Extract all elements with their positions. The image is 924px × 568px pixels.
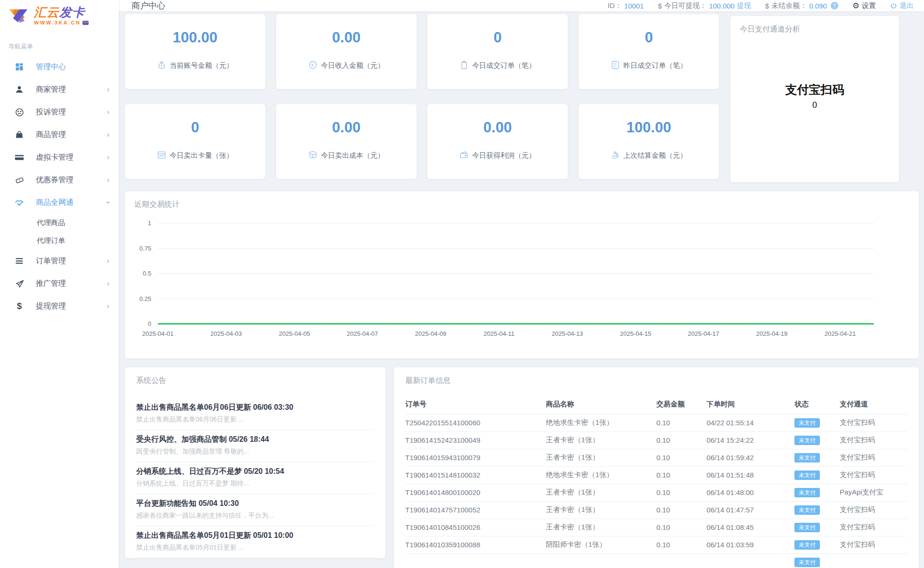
x-axis-tick: 2025-04-01 <box>142 330 174 337</box>
page-title: 商户中心 <box>125 0 165 11</box>
sidebar-item-complaints[interactable]: 投诉管理 › <box>0 101 119 123</box>
x-axis-tick: 2025-04-07 <box>347 330 378 337</box>
sidebar-item-orders[interactable]: 订单管理 › <box>0 250 119 272</box>
channel-value: 0 <box>730 100 899 110</box>
sidebar-subitem-agent-products[interactable]: 代理商品 <box>0 214 119 232</box>
col-time: 下单时间 <box>707 395 795 414</box>
amount: 0.10 <box>656 466 707 484</box>
sidebar: 汇云发卡 WWW.3KA.CN 导航菜单 管理中心 商家管理 › <box>0 0 119 568</box>
notice-item-excerpt: 禁止出售商品黑名单06月06日更新 ... <box>136 415 374 424</box>
status-badge: 未支付 <box>794 488 820 497</box>
payment-channel-panel: 今日支付通道分析 支付宝扫码 0 <box>730 16 899 182</box>
stat-label: 今日收入金额（元） <box>321 61 384 70</box>
stat-cards: 100.00 ¥当前账号金额（元） 0.00 ¥今日收入金额（元） 0 今日成交… <box>125 14 720 182</box>
dollar-icon: $ <box>765 2 769 10</box>
stat-value: 0.00 <box>332 29 360 46</box>
x-axis-tick: 2025-04-21 <box>825 330 856 337</box>
table-row: T190614152423100049 王者卡密（1张） 0.10 06/14 … <box>405 431 908 449</box>
sidebar-item-withdraw[interactable]: $ 提现管理 › <box>0 295 119 317</box>
order-time: 06/14 01:51:48 <box>707 466 795 484</box>
trade-chart-card: 近期交易统计 1 0.75 0.5 0.25 0 2025-04-01 2025… <box>125 191 919 358</box>
chevron-right-icon: › <box>107 108 109 116</box>
sidebar-item-coupons[interactable]: 优惠券管理 › <box>0 169 119 191</box>
sidebar-subitem-agent-orders[interactable]: 代理订单 <box>0 232 119 250</box>
notice-item-time: 05/20 10:54 <box>244 467 284 475</box>
order-no: T190614015943100079 <box>405 449 546 466</box>
table-row: T250422015514100060 绝地求生卡密（1张） 0.10 04/2… <box>405 414 908 431</box>
y-axis-tick: 1 <box>125 219 151 227</box>
notice-item[interactable]: 受央行风控、加强商品管制 05/26 18:44 因受央行管制、加强商品管理 尊… <box>136 430 374 462</box>
yen-circle-icon: ¥ <box>308 60 318 71</box>
notice-item[interactable]: 平台更新功能告知 05/04 10:30 感谢各位商家一路以来的支持与信任，平台… <box>136 494 374 526</box>
table-row: T190614010845100026 王者卡密（1张） 0.10 06/14 … <box>405 519 908 536</box>
sidebar-item-merchants[interactable]: 商家管理 › <box>0 78 119 101</box>
chevron-right-icon: › <box>107 257 109 265</box>
sidebar-item-dashboard[interactable]: 管理中心 <box>0 56 119 78</box>
notice-item[interactable]: 禁止出售商品黑名单05月01日更新 05/01 10:00 禁止出售商品黑名单0… <box>136 526 374 558</box>
order-time: 06/14 01:03:59 <box>707 536 795 553</box>
table-header-row: 订单号 商品名称 交易金额 下单时间 状态 支付通道 <box>405 395 908 414</box>
dashboard-icon <box>14 62 25 72</box>
topbar: 商户中心 ID： 10001 $ 今日可提现： 100.000 提现 $ 未结余… <box>119 0 924 11</box>
order-no: T190614152423100049 <box>405 431 546 449</box>
notice-item[interactable]: 分销系统上线、日过百万不是梦 05/20 10:54 分销系统上线、日过百万不是… <box>136 462 374 494</box>
topbar-right: ID： 10001 $ 今日可提现： 100.000 提现 $ 未结余额： 0.… <box>608 1 914 11</box>
sidebar-item-label: 商品管理 <box>36 130 107 140</box>
sidebar-item-promotion[interactable]: 推广管理 › <box>0 272 119 295</box>
gear-icon: ⚙ <box>852 1 859 11</box>
brand-logo[interactable]: 汇云发卡 WWW.3KA.CN <box>0 0 119 31</box>
pay-channel: 支付宝扫码 <box>840 414 908 431</box>
notice-item-time: 06/06 03:30 <box>253 403 293 411</box>
sidebar-item-virtual-cards[interactable]: 虚拟卡管理 › <box>0 146 119 169</box>
handshake-icon <box>14 197 25 208</box>
stat-label: 当前账号金额（元） <box>170 61 233 70</box>
amount: 0.10 <box>656 414 707 431</box>
product-name: 王者卡密（1张） <box>546 449 656 466</box>
stat-card-yesterday-orders: 0 昨日成交订单（笔） <box>579 14 719 89</box>
stat-card-today-orders: 0 今日成交订单（笔） <box>427 14 568 89</box>
panel-title: 今日支付通道分析 <box>730 16 899 34</box>
stat-card-cost: 0.00 ¥今日卖出成本（元） <box>276 104 417 179</box>
stat-value: 0.00 <box>483 119 512 136</box>
svg-text:¥: ¥ <box>311 63 314 67</box>
stat-card-cards-sold: 0 今日卖出卡量（张） <box>125 104 265 179</box>
settings-group[interactable]: ⚙ 设置 <box>852 1 876 11</box>
order-no: T190614015148100032 <box>405 466 546 484</box>
svg-text:¥: ¥ <box>161 64 163 68</box>
sidebar-item-label: 管理中心 <box>36 62 109 72</box>
y-axis-tick: 0 <box>125 320 151 327</box>
notice-item[interactable]: 禁止出售商品黑名单06月06日更新 06/06 03:30 禁止出售商品黑名单0… <box>136 398 374 430</box>
notice-item-excerpt: 因受央行管制、加强商品管理 尊敬的... <box>136 447 374 456</box>
pay-channel: 支付宝扫码 <box>840 501 908 519</box>
brand-text: 汇云发卡 WWW.3KA.CN <box>34 6 89 25</box>
chevron-down-icon: › <box>104 201 112 203</box>
sidebar-item-allnet[interactable]: 商品全网通 › <box>0 191 119 214</box>
notice-item-excerpt: 禁止出售商品黑名单05月01日更新 ... <box>136 544 374 552</box>
settings-link: 设置 <box>862 1 876 10</box>
col-channel: 支付通道 <box>840 395 908 414</box>
nav-section-label: 导航菜单 <box>0 31 119 56</box>
col-status: 状态 <box>794 395 840 414</box>
order-time: 06/14 01:08:45 <box>707 519 795 536</box>
shopping-bag-icon <box>14 130 25 140</box>
logout-link: 退出 <box>899 1 914 10</box>
help-icon[interactable]: ? <box>831 2 838 9</box>
brand-logo-icon <box>8 7 29 24</box>
sidebar-item-products[interactable]: 商品管理 › <box>0 123 119 146</box>
withdraw-link[interactable]: 提现 <box>737 1 751 10</box>
product-name: 绝地求生卡密（1张） <box>546 466 656 484</box>
order-no: T190614010359100088 <box>405 536 546 553</box>
status-badge: 未支付 <box>794 471 820 480</box>
chevron-right-icon: › <box>107 131 109 138</box>
chevron-right-icon: › <box>107 302 109 310</box>
sidebar-item-label: 虚拟卡管理 <box>36 153 107 162</box>
order-no: T190614014757100052 <box>405 501 546 519</box>
stat-label: 上次结算金额（元） <box>623 151 687 160</box>
sidebar-item-label: 优惠券管理 <box>36 175 107 185</box>
gridline <box>158 248 874 249</box>
table-row: T190614015148100032 绝地求生卡密（1张） 0.10 06/1… <box>405 466 908 484</box>
gridline <box>158 223 874 223</box>
x-axis-tick: 2025-04-13 <box>552 330 583 337</box>
money-bag-icon: ¥ <box>157 60 166 71</box>
logout-group[interactable]: 退出 <box>890 1 914 10</box>
